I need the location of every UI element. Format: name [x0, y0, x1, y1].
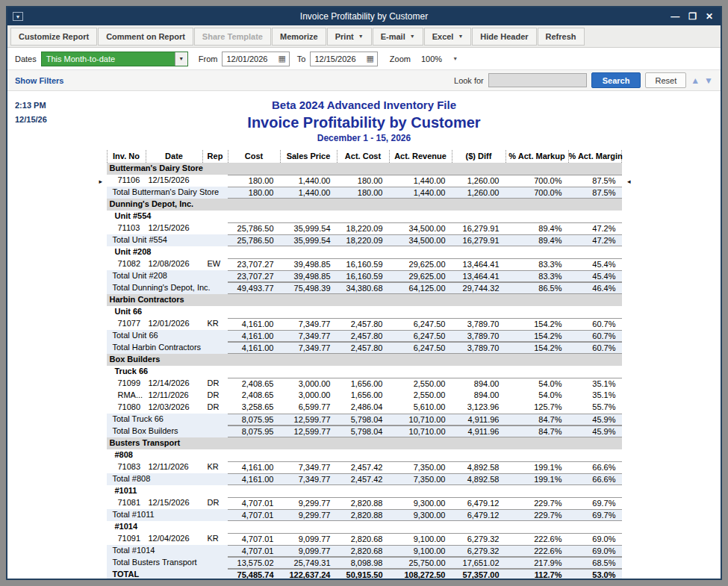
- from-date-field: ▦: [222, 52, 289, 66]
- value-cell: 75,485.74: [228, 569, 280, 579]
- calendar-icon[interactable]: ▦: [363, 54, 376, 63]
- maximize-icon[interactable]: ❐: [688, 12, 697, 21]
- value-cell: 6,247.50: [389, 318, 452, 330]
- column-header[interactable]: Cost: [228, 150, 280, 163]
- table-row[interactable]: 7109112/04/2026KR4,707.019,099.772,820.6…: [107, 533, 622, 545]
- chevron-down-icon[interactable]: ▼: [410, 34, 415, 39]
- value-cell: 5,798.04: [337, 414, 389, 426]
- table-row: Total #10114,707.019,299.772,820.889,300…: [107, 509, 622, 521]
- hide-header-button[interactable]: Hide Header: [472, 28, 536, 46]
- value-cell: 7,350.00: [389, 473, 452, 485]
- value-cell: 60.7%: [568, 330, 622, 342]
- value-cell: 54.0%: [505, 378, 568, 390]
- value-cell: 7,349.77: [280, 342, 337, 354]
- chevron-down-icon[interactable]: ▼: [175, 52, 187, 66]
- table-row: Dunning's Depot, Inc.: [107, 199, 622, 211]
- column-header[interactable]: ($) Diff: [452, 150, 505, 163]
- value-cell: 2,820.68: [337, 545, 389, 557]
- value-cell: 45.9%: [568, 414, 622, 426]
- dates-label: Dates: [15, 54, 37, 63]
- value-cell: 86.5%: [505, 282, 568, 294]
- chevron-down-icon[interactable]: ▼: [452, 56, 458, 61]
- comment-on-report-button[interactable]: Comment on Report: [98, 28, 193, 46]
- minimize-icon[interactable]: —: [671, 12, 679, 21]
- table-row[interactable]: 7107712/01/2026KR4,161.007,349.772,457.8…: [107, 318, 622, 330]
- reset-button[interactable]: Reset: [645, 72, 686, 88]
- column-header[interactable]: Act. Revenue: [389, 150, 452, 163]
- show-filters-link[interactable]: Show Filters: [15, 76, 63, 85]
- calendar-icon[interactable]: ▦: [275, 54, 288, 63]
- search-button[interactable]: Search: [591, 72, 641, 88]
- column-header[interactable]: % Act. Margin: [568, 150, 622, 163]
- table-row: Total Harbin Contractors4,161.007,349.77…: [107, 342, 622, 354]
- value-cell: 180.00: [337, 175, 389, 187]
- value-cell: 46.4%: [568, 282, 622, 294]
- column-header[interactable]: Rep: [202, 150, 228, 163]
- value-cell: 3,789.70: [452, 342, 505, 354]
- value-cell: 12,599.77: [280, 414, 337, 426]
- total-row-label: Total Busters Transport: [107, 557, 228, 569]
- table-row[interactable]: 7110312/15/202625,786.5035,999.5418,220.…: [107, 222, 622, 234]
- value-cell: 45.4%: [568, 270, 622, 282]
- date-range-value: This Month-to-date: [42, 52, 175, 66]
- value-cell: 9,299.77: [280, 509, 337, 521]
- table-row[interactable]: 7108112/15/2026DR4,707.019,299.772,820.8…: [107, 497, 622, 509]
- table-row[interactable]: 7108312/11/2026KR4,161.007,349.772,457.4…: [107, 461, 622, 473]
- chevron-down-icon[interactable]: ▼: [458, 34, 463, 39]
- print-button[interactable]: Print▼: [327, 28, 372, 46]
- job-subgroup-label: #1011: [107, 485, 622, 497]
- table-row[interactable]: 7108212/08/2026EW23,707.2739,498.8516,16…: [107, 258, 622, 270]
- value-cell: 154.2%: [505, 330, 568, 342]
- value-cell: 29,625.00: [389, 270, 452, 282]
- arrow-up-icon[interactable]: ▲: [691, 76, 700, 85]
- value-cell: 217.9%: [505, 557, 568, 569]
- value-cell: 29,625.00: [389, 258, 452, 270]
- button-label: Share Template: [202, 32, 263, 41]
- value-cell: 2,457.42: [337, 473, 389, 485]
- date-cell: 12/03/2026: [146, 402, 202, 414]
- refresh-button[interactable]: Refresh: [538, 28, 585, 46]
- total-row-label: Total #808: [107, 473, 228, 485]
- value-cell: 6,247.50: [389, 330, 452, 342]
- total-row-label: Total Unit #208: [107, 270, 228, 282]
- zoom-select[interactable]: Zoom 100% ▼: [385, 52, 462, 66]
- table-row: #1011: [107, 485, 622, 497]
- table-row[interactable]: 7109912/14/2026DR2,408.653,000.001,656.0…: [107, 378, 622, 390]
- rep-cell: DR: [202, 497, 228, 509]
- from-date-input[interactable]: [223, 54, 275, 63]
- total-row-label: Total Dunning's Depot, Inc.: [107, 282, 228, 294]
- table-row: Total Truck 668,075.9512,599.775,798.041…: [107, 414, 622, 426]
- column-header[interactable]: % Act. Markup: [505, 150, 568, 163]
- e-mail-button[interactable]: E-mail▼: [373, 28, 423, 46]
- value-cell: 69.7%: [568, 497, 622, 509]
- to-label: To: [297, 54, 306, 63]
- column-header[interactable]: Act. Cost: [337, 150, 389, 163]
- value-cell: 66.6%: [568, 473, 622, 485]
- close-icon[interactable]: ✕: [706, 12, 713, 21]
- table-row: Box Builders: [107, 354, 622, 366]
- value-cell: 700.0%: [505, 187, 568, 199]
- company-name: Beta 2024 Advanced Inventory File: [7, 98, 721, 113]
- date-range-select[interactable]: This Month-to-date ▼: [41, 52, 188, 66]
- column-header[interactable]: Sales Price: [280, 150, 337, 163]
- value-cell: 23,707.27: [228, 270, 280, 282]
- excel-button[interactable]: Excel▼: [424, 28, 472, 46]
- report-date: 12/15/26: [15, 113, 47, 127]
- arrow-down-icon[interactable]: ▼: [704, 76, 713, 85]
- memorize-button[interactable]: Memorize: [272, 28, 326, 46]
- button-label: Print: [335, 32, 354, 41]
- look-for-input[interactable]: [488, 73, 587, 87]
- table-row[interactable]: 7108012/03/2026DR3,258.656,599.772,486.0…: [107, 402, 622, 414]
- chevron-down-icon[interactable]: ▼: [358, 34, 364, 39]
- report-window: ▼ Invoice Profitability by Customer — ❐ …: [6, 6, 722, 580]
- table-row[interactable]: RMA...12/11/2026DR2,408.653,000.001,656.…: [107, 390, 622, 402]
- rep-cell: [202, 175, 228, 187]
- customize-report-button[interactable]: Customize Report: [10, 28, 97, 46]
- column-header[interactable]: Inv. No: [107, 150, 146, 163]
- rep-cell: KR: [202, 318, 228, 330]
- value-cell: 25,749.31: [280, 557, 337, 569]
- column-header[interactable]: Date: [146, 150, 202, 163]
- value-cell: 39,498.85: [280, 270, 337, 282]
- table-row[interactable]: 7110612/15/2026180.001,440.00180.001,440…: [107, 175, 622, 187]
- to-date-input[interactable]: [311, 54, 363, 63]
